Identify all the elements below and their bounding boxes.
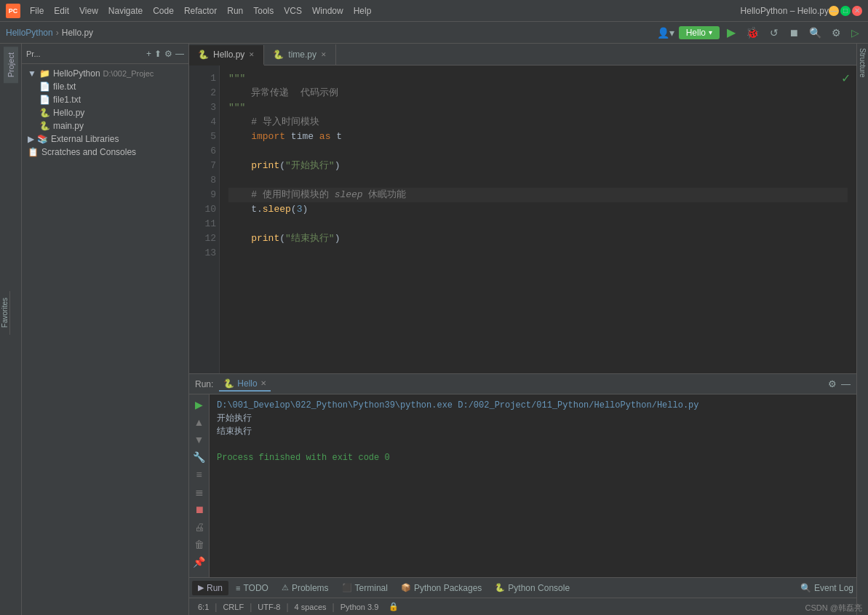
file-txt-label: file.txt (53, 82, 76, 92)
run-toolbar: ▶ ▲ ▼ 🔧 ≡ ≣ ⏹ 🖨 🗑 📌 (189, 394, 210, 577)
statusbar: 6:1 | CRLF | UTF-8 | 4 spaces | Python 3… (189, 598, 856, 615)
breadcrumb-project[interactable]: HelloPython (6, 28, 53, 38)
run-hello-tab[interactable]: 🐍 Hello ✕ (219, 377, 270, 392)
menu-navigate[interactable]: Navigate (105, 4, 146, 17)
stop-icon[interactable]: ⏹ (786, 25, 802, 40)
editor-area: 🐍 Hello.py ✕ 🐍 time.py ✕ 12345 678910 (189, 44, 856, 373)
app-logo: PC (6, 4, 20, 18)
tree-root-folder[interactable]: ▼ 📁 HelloPython D:\002_Projec (22, 67, 188, 80)
bottom-panel: Run: 🐍 Hello ✕ ⚙ — ▶ ▲ ▼ (189, 373, 856, 577)
time-py-tab-icon: 🐍 (273, 49, 284, 60)
bottom-tab-run[interactable]: ▶ Run (192, 581, 228, 595)
run-play-btn[interactable]: ▶ (194, 397, 204, 412)
external-collapse-icon: ▶ (28, 134, 34, 144)
panel-add-icon[interactable]: + (146, 49, 151, 59)
menu-edit[interactable]: Edit (50, 4, 73, 17)
statusbar-sep2: | (250, 602, 252, 612)
menu-help[interactable]: Help (350, 4, 375, 17)
run-tool-btn[interactable]: 🔧 (191, 450, 207, 464)
minimize-button[interactable]: — (829, 6, 839, 16)
vcs-icon[interactable]: 👤▾ (657, 27, 674, 39)
menu-run[interactable]: Run (223, 4, 247, 17)
panel-collapse-icon[interactable]: ⬆ (154, 49, 162, 59)
editor-container: 🐍 Hello.py ✕ 🐍 time.py ✕ 12345 678910 (189, 44, 856, 615)
file1-txt-icon: 📄 (39, 95, 50, 105)
tree-item-hello-py[interactable]: 🐍 Hello.py (22, 106, 188, 119)
run-output: D:\001_Develop\022_Python\Python39\pytho… (210, 394, 856, 577)
menu-view[interactable]: View (76, 4, 102, 17)
run-label: Run: (195, 379, 213, 389)
search-icon[interactable]: 🔍 (806, 25, 824, 40)
bottom-tab-python-packages[interactable]: 📦 Python Packages (395, 581, 487, 595)
toolbar-icon[interactable]: ▷ (848, 25, 862, 40)
bp-minimize-icon[interactable]: — (841, 378, 851, 389)
code-line-1: """ (228, 71, 848, 86)
code-content[interactable]: """ 异常传递 代码示例 """ # 导入时间模块 import time a… (220, 66, 856, 373)
menu-file[interactable]: File (26, 4, 47, 17)
statusbar-indent[interactable]: 4 spaces (292, 603, 330, 611)
run-config-label: Hello (686, 28, 706, 38)
navbar: HelloPython › Hello.py 👤▾ Hello▾ ▶ 🐞 ↺ ⏹… (0, 22, 868, 44)
menu-vcs[interactable]: VCS (280, 4, 306, 17)
python-packages-tab-label: Python Packages (414, 583, 482, 593)
problems-icon: ⚠ (282, 583, 289, 592)
tree-item-file1-txt[interactable]: 📄 file1.txt (22, 93, 188, 106)
panel-close-icon[interactable]: — (175, 49, 184, 59)
run-clear-btn[interactable]: 🖨 (193, 520, 206, 534)
event-log-label[interactable]: Event Log (814, 583, 853, 593)
favorites-panel: Favorites (0, 291, 10, 335)
code-line-2: 异常传递 代码示例 (228, 86, 848, 100)
debug-icon[interactable]: 🐞 (743, 25, 763, 41)
tree-item-file-txt[interactable]: 📄 file.txt (22, 80, 188, 93)
tab-time-py[interactable]: 🐍 time.py ✕ (264, 44, 336, 65)
panel-settings-icon[interactable]: ⚙ (164, 49, 172, 59)
run-up-btn[interactable]: ▲ (193, 415, 206, 429)
tree-scratches[interactable]: 📋 Scratches and Consoles (22, 146, 188, 159)
time-py-tab-close[interactable]: ✕ (321, 51, 327, 58)
code-line-8 (228, 173, 848, 188)
maximize-button[interactable]: □ (840, 6, 851, 16)
favorites-tab[interactable]: Favorites (1, 298, 9, 328)
menu-code[interactable]: Code (149, 4, 178, 17)
tree-external-libs[interactable]: ▶ 📚 External Libraries (22, 132, 188, 146)
bottom-tab-todo[interactable]: ≡ TODO (230, 581, 274, 595)
tree-item-main-py[interactable]: 🐍 main.py (22, 119, 188, 132)
settings-icon[interactable]: ⚙ (829, 25, 844, 40)
breadcrumb-file[interactable]: Hello.py (62, 28, 93, 38)
statusbar-encoding[interactable]: UTF-8 (255, 603, 283, 611)
run-config-button[interactable]: Hello▾ (679, 26, 720, 39)
tab-hello-py[interactable]: 🐍 Hello.py ✕ (189, 45, 264, 66)
statusbar-line-sep[interactable]: CRLF (220, 603, 247, 611)
menu-refactor[interactable]: Refactor (180, 4, 220, 17)
window-title: HelloPython – Hello.py (741, 6, 829, 16)
structure-tab[interactable]: Structure (857, 44, 868, 82)
panel-header-icons: + ⬆ ⚙ — (146, 49, 184, 59)
run-icon[interactable]: ▶ (724, 24, 738, 41)
bottom-tab-problems[interactable]: ⚠ Problems (276, 581, 335, 595)
content-area: Project Pr... + ⬆ ⚙ — ▼ 📁 HelloPython (0, 44, 868, 615)
main-py-label: main.py (53, 121, 84, 131)
file-txt-icon: 📄 (39, 82, 50, 92)
run-trash-btn[interactable]: 🗑 (193, 537, 206, 552)
run-down-btn[interactable]: ▼ (193, 432, 206, 447)
bp-settings-icon[interactable]: ⚙ (828, 378, 837, 389)
run-pin-btn[interactable]: 📌 (191, 555, 207, 569)
statusbar-lang[interactable]: Python 3.9 (338, 603, 382, 611)
file1-txt-label: file1.txt (53, 95, 81, 105)
menu-window[interactable]: Window (308, 4, 347, 17)
run-tab-label2: Run (207, 583, 223, 593)
bottom-tab-python-console[interactable]: 🐍 Python Console (489, 581, 576, 595)
bottom-tab-terminal[interactable]: ⬛ Terminal (336, 581, 394, 595)
coverage-icon[interactable]: ↺ (767, 25, 781, 40)
menu-tools[interactable]: Tools (250, 4, 277, 17)
code-line-3: """ (228, 100, 848, 115)
terminal-tab-label: Terminal (355, 583, 388, 593)
run-tab-close[interactable]: ✕ (260, 379, 266, 387)
run-list2-btn[interactable]: ≣ (194, 485, 205, 499)
run-stop-btn[interactable]: ⏹ (193, 502, 206, 517)
close-button[interactable]: ✕ (852, 6, 862, 16)
sidebar-tab-project[interactable]: Project (4, 47, 18, 83)
right-structure-panel: Structure (856, 44, 868, 615)
run-list-btn[interactable]: ≡ (194, 467, 203, 482)
code-editor[interactable]: 12345 678910 111213 """ 异常传递 代码示例 """ # … (189, 66, 856, 373)
